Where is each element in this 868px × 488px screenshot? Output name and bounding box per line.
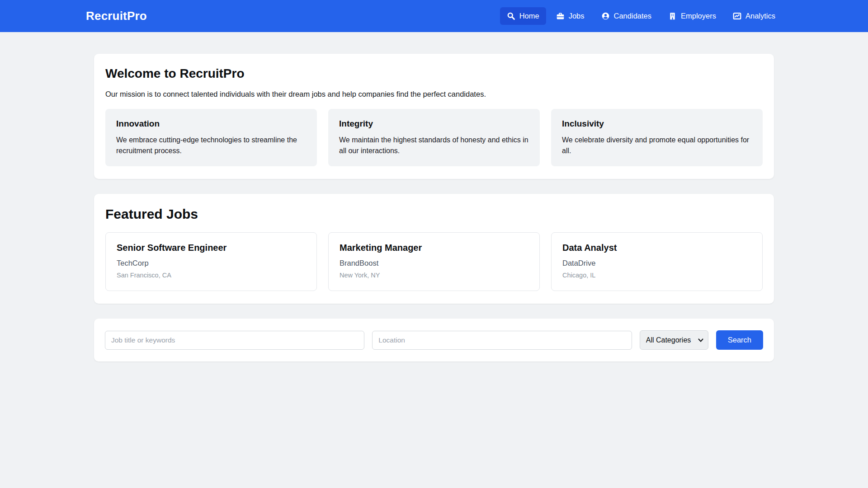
building-icon: [668, 12, 677, 20]
user-circle-icon: [601, 12, 610, 20]
job-company: DataDrive: [562, 259, 751, 267]
job-title: Marketing Manager: [340, 243, 528, 253]
featured-jobs-title: Featured Jobs: [105, 206, 763, 222]
value-cards-row: Innovation We embrace cutting-edge techn…: [105, 109, 763, 166]
nav-item-label: Analytics: [745, 12, 775, 20]
job-search-panel: All Categories Search: [94, 319, 774, 361]
search-button[interactable]: Search: [716, 330, 763, 350]
nav-item-jobs[interactable]: Jobs: [549, 7, 591, 25]
job-title: Data Analyst: [562, 243, 751, 253]
job-location: New York, NY: [340, 272, 528, 279]
chart-line-icon: [733, 12, 741, 20]
mission-statement: Our mission is to connect talented indiv…: [105, 90, 763, 99]
brand-logo[interactable]: RecruitPro: [86, 9, 147, 23]
job-card[interactable]: Data Analyst DataDrive Chicago, IL: [551, 232, 763, 291]
keywords-input[interactable]: [105, 331, 364, 350]
nav-item-label: Home: [519, 12, 539, 20]
welcome-panel: Welcome to RecruitPro Our mission is to …: [94, 54, 774, 179]
nav-item-label: Jobs: [569, 12, 585, 20]
briefcase-icon: [556, 12, 565, 20]
search-icon: [507, 12, 515, 20]
job-title: Senior Software Engineer: [117, 243, 306, 253]
main-content: Welcome to RecruitPro Our mission is to …: [94, 32, 774, 361]
nav-item-label: Employers: [681, 12, 716, 20]
nav-links: Home Jobs: [500, 7, 782, 25]
welcome-title: Welcome to RecruitPro: [105, 66, 763, 81]
value-card-text: We maintain the highest standards of hon…: [339, 135, 529, 156]
nav-item-candidates[interactable]: Candidates: [594, 7, 658, 25]
nav-item-analytics[interactable]: Analytics: [726, 7, 782, 25]
value-card-integrity: Integrity We maintain the highest standa…: [328, 109, 540, 166]
category-select[interactable]: All Categories: [640, 330, 708, 350]
job-card[interactable]: Senior Software Engineer TechCorp San Fr…: [105, 232, 317, 291]
value-card-title: Innovation: [116, 119, 306, 129]
job-location: Chicago, IL: [562, 272, 751, 279]
location-input[interactable]: [372, 331, 632, 350]
top-navbar: RecruitPro Home: [0, 0, 868, 32]
value-card-text: We embrace cutting-edge technologies to …: [116, 135, 306, 156]
value-card-title: Inclusivity: [562, 119, 752, 129]
job-company: BrandBoost: [340, 259, 528, 267]
nav-item-employers[interactable]: Employers: [661, 7, 723, 25]
category-select-wrap: All Categories: [640, 330, 708, 350]
nav-item-home[interactable]: Home: [500, 7, 546, 25]
value-card-innovation: Innovation We embrace cutting-edge techn…: [105, 109, 317, 166]
value-card-title: Integrity: [339, 119, 529, 129]
featured-jobs-panel: Featured Jobs Senior Software Engineer T…: [94, 194, 774, 304]
nav-item-label: Candidates: [614, 12, 651, 20]
job-cards-row: Senior Software Engineer TechCorp San Fr…: [105, 232, 763, 291]
value-card-inclusivity: Inclusivity We celebrate diversity and p…: [551, 109, 763, 166]
job-card[interactable]: Marketing Manager BrandBoost New York, N…: [328, 232, 540, 291]
job-company: TechCorp: [117, 259, 306, 267]
value-card-text: We celebrate diversity and promote equal…: [562, 135, 752, 156]
job-location: San Francisco, CA: [117, 272, 306, 279]
